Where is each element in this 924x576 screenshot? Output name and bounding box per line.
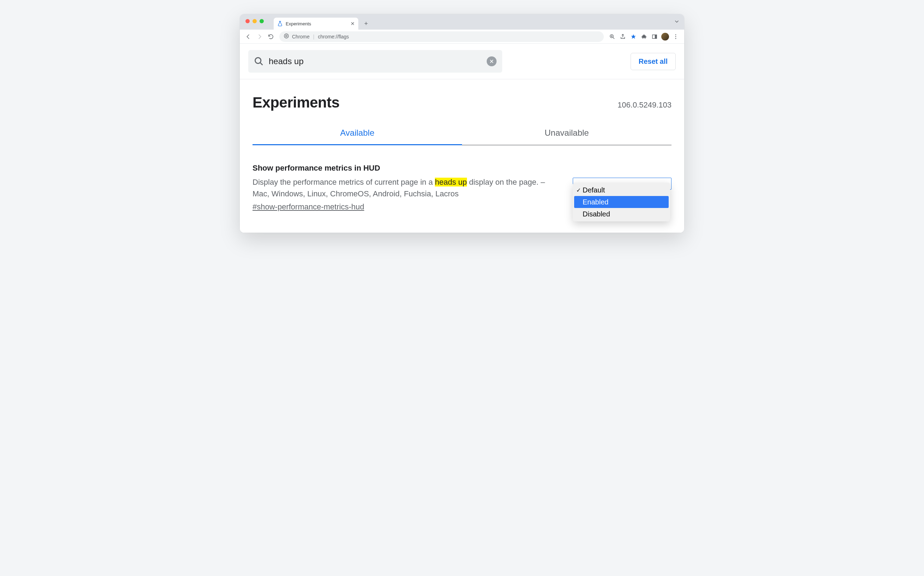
kebab-menu-icon[interactable]: [671, 32, 681, 42]
tab-title: Experiments: [286, 21, 348, 26]
reset-all-button[interactable]: Reset all: [631, 53, 676, 70]
close-icon: [489, 59, 494, 64]
omnibox[interactable]: Chrome | chrome://flags: [279, 31, 604, 42]
close-window-button[interactable]: [245, 19, 250, 23]
toolbar-right: [607, 32, 681, 42]
tab-unavailable[interactable]: Unavailable: [462, 128, 671, 145]
back-button[interactable]: [243, 32, 253, 42]
flag-hash-link[interactable]: #show-performance-metrics-hud: [253, 202, 364, 211]
sidepanel-icon[interactable]: [650, 32, 660, 42]
header-row: Experiments 106.0.5249.103: [240, 79, 684, 114]
svg-point-8: [255, 58, 261, 64]
fullscreen-window-button[interactable]: [259, 19, 264, 23]
omnibox-divider: |: [313, 34, 315, 40]
option-disabled[interactable]: Disabled: [574, 208, 669, 220]
flask-icon: [277, 21, 283, 26]
omnibox-prefix: Chrome: [292, 34, 310, 40]
forward-button[interactable]: [255, 32, 264, 42]
extensions-icon[interactable]: [639, 32, 649, 42]
svg-point-5: [675, 34, 676, 35]
reload-button[interactable]: [266, 32, 276, 42]
flags-page: Reset all Experiments 106.0.5249.103 Ava…: [240, 44, 684, 233]
browser-toolbar: Chrome | chrome://flags: [240, 30, 684, 44]
tab-strip: Experiments ✕ +: [240, 14, 684, 30]
zoom-icon[interactable]: [607, 32, 617, 42]
dropdown-options: Default Enabled Disabled: [573, 182, 670, 221]
window-controls: [245, 19, 264, 23]
search-row: Reset all: [240, 44, 684, 79]
search-highlight: heads up: [435, 178, 467, 187]
svg-point-0: [284, 34, 288, 38]
bookmark-icon[interactable]: [628, 32, 638, 42]
browser-tab[interactable]: Experiments ✕: [274, 18, 358, 30]
flag-dropdown[interactable]: Default Enabled Disabled: [573, 178, 671, 211]
flag-description: Display the performance metrics of curre…: [253, 176, 562, 200]
share-icon[interactable]: [618, 32, 628, 42]
browser-window: Experiments ✕ + Chrome | chrome://flags: [240, 14, 684, 233]
new-tab-button[interactable]: +: [361, 19, 371, 29]
experiment-tabs: Available Unavailable: [253, 128, 671, 145]
search-icon: [254, 56, 264, 66]
omnibox-url: chrome://flags: [318, 34, 349, 40]
clear-search-button[interactable]: [487, 56, 496, 66]
flag-entry: Show performance metrics in HUD Display …: [240, 145, 684, 233]
tab-available[interactable]: Available: [253, 128, 462, 145]
svg-point-7: [675, 38, 676, 39]
tab-overflow-icon[interactable]: [674, 18, 680, 26]
search-box: [248, 50, 502, 73]
profile-avatar[interactable]: [660, 32, 670, 42]
svg-point-6: [675, 36, 676, 37]
svg-point-1: [286, 35, 287, 37]
version-label: 106.0.5249.103: [618, 101, 671, 110]
flag-desc-before: Display the performance metrics of curre…: [253, 178, 435, 187]
flag-title: Show performance metrics in HUD: [253, 163, 562, 173]
page-title: Experiments: [253, 94, 339, 111]
search-input[interactable]: [269, 56, 482, 66]
flag-text: Show performance metrics in HUD Display …: [253, 163, 562, 211]
chrome-icon: [283, 33, 289, 40]
svg-rect-4: [655, 35, 657, 38]
option-enabled[interactable]: Enabled: [574, 196, 669, 208]
option-default[interactable]: Default: [574, 184, 669, 196]
minimize-window-button[interactable]: [253, 19, 257, 23]
close-tab-icon[interactable]: ✕: [351, 21, 355, 26]
